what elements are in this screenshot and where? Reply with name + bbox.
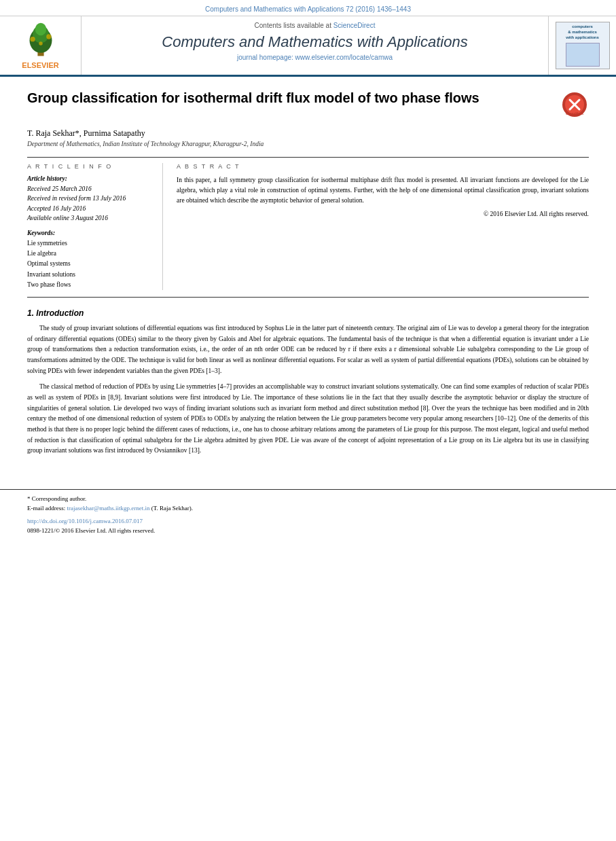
keyword-3: Optimal systems — [27, 259, 151, 269]
issn-line: 0898-1221/© 2016 Elsevier Ltd. All right… — [27, 526, 589, 535]
intro-paragraph-1: The study of group invariant solutions o… — [27, 323, 589, 376]
journal-ref-text: Computers and Mathematics with Applicati… — [205, 5, 411, 13]
doi-line: http://dx.doi.org/10.1016/j.camwa.2016.0… — [27, 516, 589, 526]
email-line: E-mail address: trajasekhar@maths.iitkgp… — [27, 503, 589, 513]
page: Computers and Mathematics with Applicati… — [0, 0, 616, 841]
main-content: Group classification for isothermal drif… — [0, 77, 616, 476]
crossmark-badge[interactable]: CrossMark — [562, 92, 589, 119]
homepage-label: journal homepage: — [237, 54, 295, 61]
copyright-text: © 2016 Elsevier Ltd. All rights reserved… — [177, 211, 589, 217]
journal-reference-bar: Computers and Mathematics with Applicati… — [0, 0, 616, 16]
elsevier-logo-section: ELSEVIER — [0, 16, 81, 75]
affiliation-text: Department of Mathematics, Indian Instit… — [27, 141, 589, 147]
svg-text:CrossMark: CrossMark — [566, 111, 583, 115]
journal-center-section: Contents lists available at ScienceDirec… — [81, 16, 548, 75]
article-history-label: Article history: — [27, 175, 151, 182]
email-label: E-mail address: — [27, 505, 67, 512]
history-item-3: Accepted 16 July 2016 — [27, 204, 151, 213]
abstract-label: A B S T R A C T — [177, 163, 589, 170]
article-columns: A R T I C L E I N F O Article history: R… — [27, 163, 589, 290]
email-address[interactable]: trajasekhar@maths.iitkgp.ernet.in — [67, 505, 149, 512]
intro-p1-text: The study of group invariant solutions o… — [27, 323, 589, 376]
mini-cover: computers& mathematicswith applications — [556, 22, 610, 69]
article-info-label: A R T I C L E I N F O — [27, 163, 151, 170]
article-title-section: Group classification for isothermal drif… — [27, 89, 589, 119]
history-item-4: Available online 3 August 2016 — [27, 213, 151, 223]
elsevier-tree-icon — [17, 22, 65, 59]
history-item-1: Received 25 March 2016 — [27, 184, 151, 194]
abstract-column: A B S T R A C T In this paper, a full sy… — [177, 163, 589, 290]
crossmark-icon: CrossMark — [562, 92, 587, 118]
journal-header: ELSEVIER Contents lists available at Sci… — [0, 16, 616, 77]
svg-point-5 — [46, 34, 51, 39]
keyword-2: Lie algebra — [27, 249, 151, 259]
intro-paragraph-2: The classical method of reduction of PDE… — [27, 382, 589, 457]
corresponding-label: * Corresponding author. — [27, 495, 86, 502]
journal-cover-thumbnail: computers& mathematicswith applications — [548, 16, 616, 75]
footer-section: * Corresponding author. E-mail address: … — [0, 489, 616, 536]
authors-text: T. Raja Sekhar*, Purnima Satapathy — [27, 128, 145, 138]
divider-1 — [27, 157, 589, 158]
keyword-4: Invariant solutions — [27, 270, 151, 280]
corresponding-author-note: * Corresponding author. — [27, 494, 589, 503]
intro-heading-text: 1. Introduction — [27, 308, 84, 318]
journal-title: Computers and Mathematics with Applicati… — [88, 33, 541, 51]
intro-p2-text: The classical method of reduction of PDE… — [27, 382, 589, 457]
email-name: (T. Raja Sekhar). — [151, 505, 193, 512]
elsevier-brand-text: ELSEVIER — [22, 61, 58, 69]
abstract-text: In this paper, a full symmetry group cla… — [177, 175, 589, 207]
doi-link[interactable]: http://dx.doi.org/10.1016/j.camwa.2016.0… — [27, 518, 143, 524]
keywords-label: Keywords: — [27, 230, 151, 236]
svg-point-3 — [35, 23, 46, 35]
article-info-column: A R T I C L E I N F O Article history: R… — [27, 163, 163, 290]
contents-label: Contents lists available at — [255, 22, 333, 29]
sciencedirect-link[interactable]: ScienceDirect — [333, 22, 376, 29]
keyword-1: Lie symmetries — [27, 238, 151, 249]
history-item-2: Received in revised form 13 July 2016 — [27, 194, 151, 203]
authors-line: T. Raja Sekhar*, Purnima Satapathy — [27, 128, 589, 139]
article-title: Group classification for isothermal drif… — [27, 89, 562, 107]
svg-point-4 — [30, 37, 35, 41]
keyword-5: Two phase flows — [27, 280, 151, 290]
introduction-heading: 1. Introduction — [27, 308, 589, 318]
divider-2 — [27, 297, 589, 298]
svg-point-6 — [39, 41, 43, 45]
homepage-url[interactable]: www.elsevier.com/locate/camwa — [295, 54, 393, 61]
journal-homepage-line: journal homepage: www.elsevier.com/locat… — [88, 54, 541, 61]
